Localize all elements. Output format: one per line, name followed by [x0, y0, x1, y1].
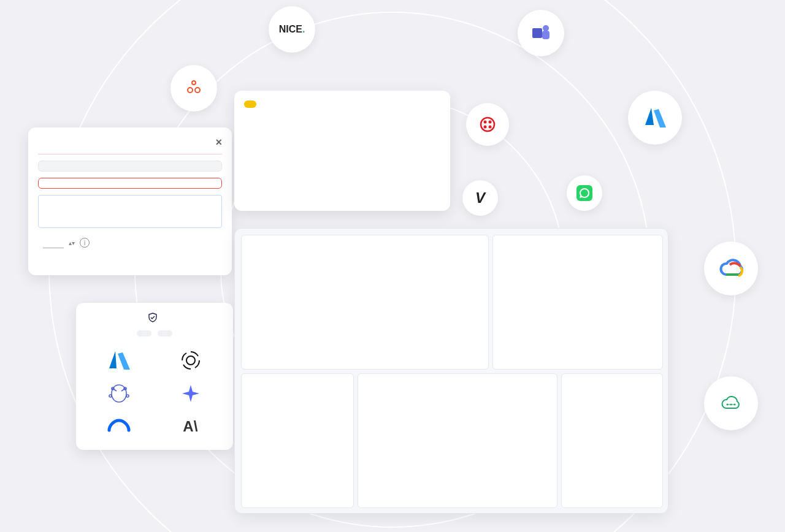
svg-point-6 [192, 81, 196, 85]
accuracy-chart [244, 110, 428, 202]
hub-azure [628, 91, 682, 145]
option-description[interactable] [38, 178, 222, 189]
provider-anthropic: A\ [156, 414, 224, 441]
svg-rect-3 [532, 28, 542, 38]
panel-api-calls [241, 235, 489, 370]
provider-azure-openai [85, 348, 153, 375]
accuracy-badge [244, 101, 256, 108]
svg-point-24 [126, 395, 129, 397]
pill-filter [158, 330, 172, 336]
provider-gemini [156, 381, 224, 408]
info-icon[interactable]: i [80, 238, 90, 248]
svg-point-12 [484, 126, 487, 129]
svg-point-10 [484, 121, 487, 124]
shield-icon [148, 313, 158, 322]
hub-genesys [170, 65, 217, 112]
provider-bedrock [85, 381, 153, 408]
description-input[interactable] [38, 195, 222, 228]
dashboard [234, 228, 668, 514]
svg-point-20 [186, 356, 195, 365]
close-icon[interactable]: × [215, 136, 222, 149]
hub-gcloud [704, 241, 758, 295]
pill-shield [137, 330, 151, 336]
hub-amazon-connect [704, 376, 758, 430]
protect-title [85, 313, 224, 322]
svg-point-15 [581, 189, 588, 197]
svg-point-9 [481, 118, 494, 131]
svg-point-11 [489, 121, 492, 124]
panel-destinations [358, 373, 557, 508]
svg-point-13 [489, 126, 492, 129]
panel-satisfaction [561, 373, 663, 508]
hub-whatsapp [567, 175, 602, 211]
provider-openai [156, 348, 224, 375]
svg-point-7 [188, 88, 193, 93]
svg-point-4 [543, 25, 549, 31]
panel-weekdays [492, 235, 663, 370]
llm-prompt-card: × ▴▾ i [28, 127, 232, 275]
svg-rect-5 [542, 31, 550, 39]
hub-teams [518, 10, 564, 56]
panel-solved [241, 373, 354, 508]
stepper-icon[interactable]: ▴▾ [69, 241, 75, 245]
count-input[interactable] [43, 237, 64, 248]
hub-vonage: V [462, 180, 498, 216]
provider-llama [85, 414, 153, 441]
option-existing[interactable] [38, 161, 222, 172]
svg-point-8 [195, 88, 200, 93]
hub-twilio [466, 103, 509, 146]
svg-point-23 [109, 395, 112, 397]
protect-card: A\ [76, 303, 233, 450]
hub-nice: NICE. [269, 6, 315, 53]
accuracy-card [234, 91, 450, 211]
